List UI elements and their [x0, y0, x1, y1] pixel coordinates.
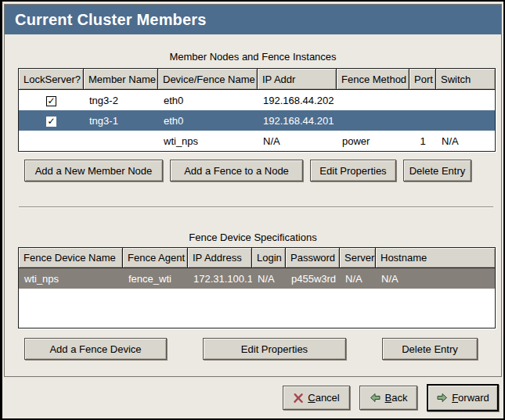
- device-fence-name-cell: wti_nps: [158, 131, 258, 151]
- column-header-member-name[interactable]: Member Name: [84, 69, 158, 90]
- fence-method-cell: [337, 90, 409, 110]
- back-label: Back: [385, 392, 408, 404]
- port-cell: 1: [409, 131, 436, 151]
- member-name-cell: tng3-1: [84, 110, 158, 131]
- column-header-hostname[interactable]: Hostname: [376, 248, 495, 268]
- member-name-cell: [84, 131, 158, 151]
- column-header-fence-method[interactable]: Fence Method: [337, 69, 409, 90]
- column-header-fence-agent[interactable]: Fence Agent: [123, 248, 188, 268]
- member-nodes-table: LockServer? Member Name Device/Fence Nam…: [18, 68, 496, 152]
- ip-address-cell: 172.31.100.1: [188, 268, 252, 289]
- lockserver-checkbox[interactable]: ✓: [46, 96, 56, 106]
- column-header-server[interactable]: Server: [340, 248, 376, 268]
- delete-fence-entry-button[interactable]: Delete Entry: [382, 338, 478, 360]
- member-row-tng3-1-selected[interactable]: ✓ tng3-1 eth0 192.168.44.201: [19, 110, 495, 131]
- password-cell: p455w3rd: [286, 268, 340, 289]
- members-table-label: Member Nodes and Fence Instances: [5, 51, 501, 63]
- port-cell: [409, 90, 436, 110]
- check-icon: ✓: [47, 95, 55, 106]
- lockserver-cell: [19, 131, 84, 151]
- fence-method-cell: power: [337, 131, 409, 151]
- member-table-header-row: LockServer? Member Name Device/Fence Nam…: [19, 69, 495, 90]
- ip-addr-cell: N/A: [258, 131, 337, 151]
- fence-table-label: Fence Device Specifications: [5, 232, 501, 243]
- add-member-node-button[interactable]: Add a New Member Node: [24, 160, 163, 181]
- arrow-left-icon: [370, 392, 381, 404]
- cancel-x-icon: [293, 393, 304, 404]
- lockserver-cell: ✓: [19, 90, 84, 110]
- member-name-cell: tng3-2: [84, 90, 158, 110]
- cluster-members-window: Current Cluster Members Member Nodes and…: [0, 0, 505, 420]
- fence-device-name-cell: wti_nps: [19, 268, 123, 289]
- switch-cell: [436, 90, 495, 110]
- column-header-lockserver[interactable]: LockServer?: [19, 69, 84, 90]
- port-cell: [409, 110, 436, 131]
- arrow-right-icon: [436, 392, 448, 404]
- column-header-password[interactable]: Password: [286, 248, 340, 268]
- column-header-ip-address[interactable]: IP Address: [188, 248, 252, 268]
- device-fence-name-cell: eth0: [158, 90, 258, 110]
- wizard-footer: Cancel Back Forward: [2, 377, 503, 418]
- add-fence-to-node-button[interactable]: Add a Fence to a Node: [170, 160, 303, 181]
- ip-addr-cell: 192.168.44.201: [258, 110, 337, 131]
- column-header-login[interactable]: Login: [252, 248, 286, 268]
- fence-device-row-wti-nps-selected[interactable]: wti_nps fence_wti 172.31.100.1 N/A p455w…: [19, 268, 495, 289]
- hostname-cell: N/A: [376, 268, 495, 289]
- fence-actions-row: Add a Fence Device Edit Properties Delet…: [24, 338, 501, 360]
- edit-fence-properties-button[interactable]: Edit Properties: [203, 338, 346, 360]
- back-button[interactable]: Back: [359, 386, 417, 410]
- switch-cell: [436, 110, 495, 131]
- column-header-fence-device-name[interactable]: Fence Device Name: [19, 248, 123, 268]
- login-cell: N/A: [252, 268, 286, 289]
- device-fence-name-cell: eth0: [158, 110, 258, 131]
- cancel-button[interactable]: Cancel: [283, 386, 350, 410]
- fence-devices-table: Fence Device Name Fence Agent IP Address…: [18, 247, 496, 328]
- lockserver-cell: ✓: [19, 110, 84, 131]
- column-header-switch[interactable]: Switch: [436, 69, 495, 90]
- ip-addr-cell: 192.168.44.202: [258, 90, 337, 110]
- lockserver-checkbox[interactable]: ✓: [46, 117, 56, 127]
- forward-label: Forward: [452, 392, 489, 404]
- member-actions-row: Add a New Member Node Add a Fence to a N…: [24, 160, 501, 181]
- fence-agent-cell: fence_wti: [123, 268, 188, 289]
- forward-button[interactable]: Forward: [427, 384, 499, 411]
- fence-method-cell: [337, 110, 409, 131]
- server-cell: N/A: [340, 268, 376, 289]
- cancel-label: Cancel: [308, 392, 339, 404]
- delete-member-entry-button[interactable]: Delete Entry: [403, 160, 471, 181]
- content-frame: Current Cluster Members Member Nodes and…: [4, 4, 502, 377]
- page-title: Current Cluster Members: [5, 5, 501, 34]
- switch-cell: N/A: [436, 131, 495, 151]
- column-header-port[interactable]: Port: [409, 69, 436, 90]
- column-header-ip-addr[interactable]: IP Addr: [258, 69, 337, 90]
- check-icon: ✓: [47, 116, 55, 127]
- add-fence-device-button[interactable]: Add a Fence Device: [24, 338, 167, 360]
- member-row-tng3-2[interactable]: ✓ tng3-2 eth0 192.168.44.202: [19, 90, 495, 110]
- fence-table-header-row: Fence Device Name Fence Agent IP Address…: [19, 248, 495, 268]
- section-separator: [19, 206, 493, 208]
- fence-instance-row-wti-nps[interactable]: wti_nps N/A power 1 N/A: [19, 131, 495, 151]
- column-header-device-fence-name[interactable]: Device/Fence Name: [158, 69, 258, 90]
- edit-member-properties-button[interactable]: Edit Properties: [310, 160, 396, 181]
